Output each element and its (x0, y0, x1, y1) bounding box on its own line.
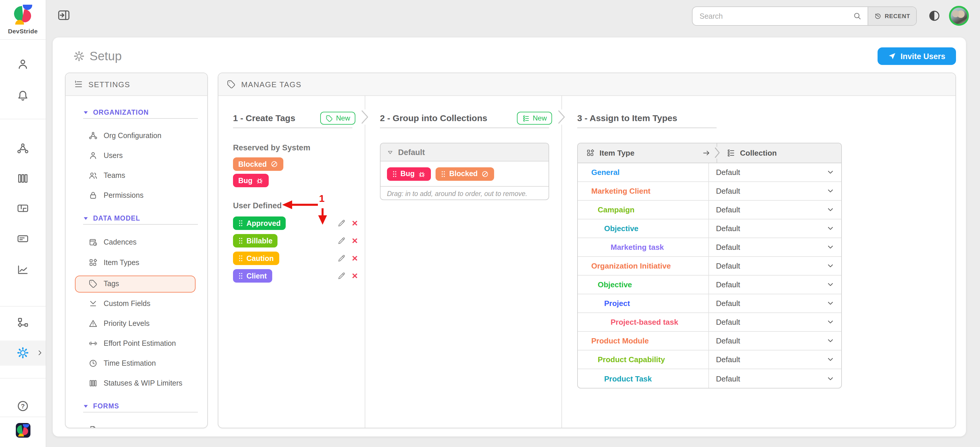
item-type-label[interactable]: Project (578, 299, 630, 308)
item-type-label[interactable]: Product Capability (578, 355, 665, 364)
collapse-panel-icon[interactable] (57, 9, 70, 22)
custom-fields-icon (88, 299, 98, 308)
edit-pencil-icon[interactable] (337, 236, 346, 245)
sidebar-item-teams[interactable]: Teams (88, 168, 125, 182)
theme-toggle-icon[interactable] (928, 10, 941, 22)
tag-caution[interactable]: Caution (233, 252, 279, 265)
workflow-icon[interactable] (16, 317, 29, 330)
section-data-model[interactable]: DATA MODEL (83, 215, 140, 222)
item-type-label[interactable]: Objective (578, 280, 632, 289)
planning-icon[interactable] (16, 202, 29, 215)
chevron-down-icon (827, 318, 834, 326)
sidebar-item-clipped[interactable] (88, 423, 98, 428)
lock-icon (88, 191, 98, 200)
send-icon (888, 52, 896, 60)
drag-handle-icon[interactable] (238, 237, 243, 244)
item-type-label[interactable]: Organization Initiative (578, 262, 671, 270)
sidebar-item-time-estimation[interactable]: Time Estimation (88, 356, 156, 370)
history-clock-icon (874, 12, 881, 20)
devstride-app-icon[interactable] (16, 423, 30, 437)
section-forms[interactable]: FORMS (83, 403, 119, 409)
item-types-icon (586, 149, 595, 157)
collection-select[interactable]: Default (709, 276, 841, 294)
collection-select[interactable]: Default (709, 182, 841, 200)
delete-x-icon[interactable]: × (352, 254, 358, 263)
search-icon (853, 12, 862, 21)
section-organization[interactable]: ORGANIZATION (83, 109, 149, 116)
item-type-label[interactable]: Objective (578, 224, 638, 233)
drag-handle-icon[interactable] (238, 219, 243, 227)
item-type-label[interactable]: Product Task (578, 374, 652, 383)
tag-client[interactable]: Client (233, 269, 272, 282)
drag-handle-icon[interactable] (441, 170, 446, 178)
sidebar-item-users[interactable]: Users (88, 149, 123, 163)
collection-select[interactable]: Default (709, 201, 841, 219)
sidebar-item-org-configuration[interactable]: Org Configuration (88, 129, 161, 143)
tag-bug[interactable]: Bug (387, 167, 431, 181)
new-tag-button[interactable]: New (320, 112, 355, 125)
settings-expand-chevron-icon[interactable] (36, 349, 43, 356)
profile-icon[interactable] (16, 58, 29, 71)
notifications-bell-icon[interactable] (16, 89, 29, 102)
user-tag-row-caution: Caution × (233, 252, 358, 265)
collection-select[interactable]: Default (709, 332, 841, 350)
recent-button[interactable]: RECENT (868, 7, 916, 25)
sidebar-item-tags[interactable]: Tags (88, 277, 119, 291)
delete-x-icon[interactable]: × (352, 271, 358, 281)
chevron-down-icon (827, 262, 834, 270)
new-collection-button[interactable]: New (517, 112, 552, 125)
reports-chart-icon[interactable] (16, 263, 29, 276)
collection-header[interactable]: Default (380, 143, 549, 162)
drag-handle-icon[interactable] (238, 255, 243, 262)
settings-gear-icon[interactable] (16, 346, 29, 359)
collection-select[interactable]: Default (709, 294, 841, 312)
delete-x-icon[interactable]: × (352, 218, 358, 228)
sidebar-item-effort-point-estimation[interactable]: Effort Point Estimation (88, 336, 176, 350)
sidebar-item-item-types[interactable]: Item Types (88, 256, 139, 270)
devstride-logo[interactable] (14, 5, 33, 26)
collection-tags-area[interactable]: Bug Blocked (380, 162, 549, 186)
tag-blocked[interactable]: Blocked (233, 157, 283, 171)
help-icon[interactable] (16, 399, 29, 412)
collection-select[interactable]: Default (709, 163, 841, 181)
triangle-down-outline-icon (387, 149, 393, 155)
cards-icon[interactable] (16, 232, 29, 245)
collection-select[interactable]: Default (709, 257, 841, 275)
drag-handle-icon[interactable] (392, 170, 397, 178)
item-type-label[interactable]: Product Module (578, 336, 649, 345)
search-input[interactable] (698, 11, 848, 21)
col-collection: Collection (740, 149, 777, 157)
tag-blocked[interactable]: Blocked (436, 167, 494, 181)
sidebar-item-priority-levels[interactable]: Priority Levels (88, 317, 150, 331)
collection-select[interactable]: Default (709, 238, 841, 256)
item-type-label[interactable]: General (578, 168, 620, 177)
edit-pencil-icon[interactable] (337, 254, 346, 263)
collection-select[interactable]: Default (709, 313, 841, 331)
boards-icon[interactable] (16, 172, 29, 185)
edit-pencil-icon[interactable] (337, 219, 346, 228)
column-divider-2 (562, 95, 562, 428)
tag-bug[interactable]: Bug (233, 174, 269, 187)
edit-pencil-icon[interactable] (337, 271, 346, 280)
collection-select[interactable]: Default (709, 350, 841, 369)
sidebar-item-cadences[interactable]: Cadences (88, 235, 137, 249)
sidebar-item-statuses-wip[interactable]: Statuses & WIP Limiters (88, 376, 182, 390)
chevron-down-icon (827, 168, 834, 176)
sidebar-item-custom-fields[interactable]: Custom Fields (88, 296, 150, 311)
item-type-label[interactable]: Marketing Client (578, 187, 651, 195)
item-type-label[interactable]: Campaign (578, 205, 635, 214)
sidebar-item-permissions[interactable]: Permissions (88, 189, 143, 203)
item-type-label[interactable]: Project-based task (578, 318, 678, 327)
tag-billable[interactable]: Billable (233, 234, 278, 247)
chevron-down-icon (827, 187, 834, 195)
drag-handle-icon[interactable] (238, 272, 243, 280)
user-avatar[interactable] (949, 6, 969, 26)
hierarchy-icon[interactable] (16, 142, 29, 155)
item-type-label[interactable]: Marketing task (578, 243, 664, 252)
search-box[interactable] (692, 7, 868, 25)
delete-x-icon[interactable]: × (352, 236, 358, 246)
collection-select[interactable]: Default (709, 219, 841, 238)
collection-select[interactable]: Default (709, 369, 841, 388)
invite-users-button[interactable]: Invite Users (878, 48, 956, 65)
table-row-product-module: Product Module Default (578, 332, 841, 350)
